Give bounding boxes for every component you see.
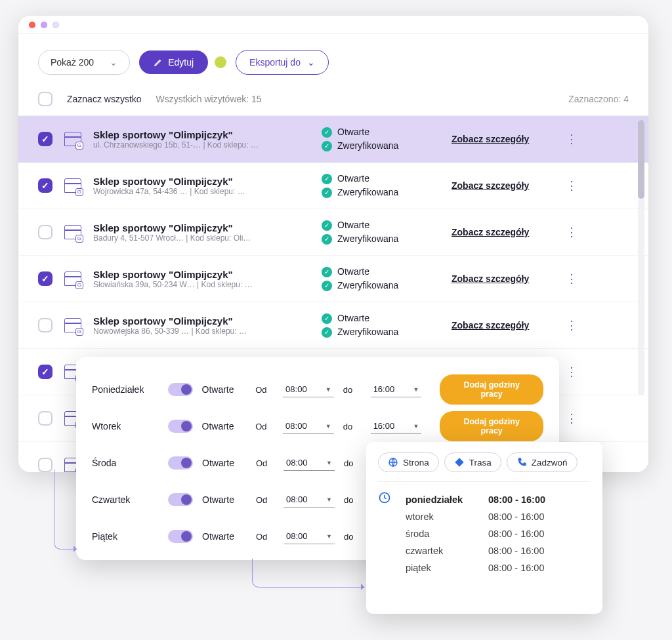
- schedule-day: wtorek: [406, 508, 488, 525]
- schedule-day: środa: [406, 525, 488, 542]
- row-menu-button[interactable]: ⋮: [562, 365, 581, 379]
- export-button[interactable]: Eksportuj do ⌄: [236, 50, 329, 75]
- row-menu-button[interactable]: ⋮: [562, 271, 581, 286]
- listing-preview-card: Strona Trasa Zadzwoń poniedziałek08:00 -…: [366, 442, 602, 614]
- row-checkbox[interactable]: [38, 271, 52, 286]
- preview-call-button[interactable]: Zadzwoń: [507, 452, 578, 472]
- select-all-label: Zaznacz wszystko: [67, 94, 142, 104]
- selection-bar: Zaznacz wszystko Wszystkich wizytówek: 1…: [18, 87, 648, 115]
- time-to-select[interactable]: 16:00▼: [371, 418, 422, 434]
- store-icon: [64, 225, 81, 239]
- listing-row[interactable]: Sklep sportowy "Olimpijczyk"ul. Chrzanow…: [18, 116, 648, 163]
- edit-button[interactable]: Edytuj: [139, 50, 208, 74]
- preview-site-button[interactable]: Strona: [378, 452, 439, 472]
- page-size-label: Pokaż 200: [51, 57, 94, 68]
- row-checkbox[interactable]: [38, 318, 52, 332]
- row-details-link[interactable]: Zobacz szczegóły: [452, 320, 550, 330]
- schedule-time: 08:00 - 16:00: [488, 491, 545, 508]
- from-label: Od: [256, 532, 274, 542]
- row-subtitle: ul. Chrzanowskiego 15b, 51-… | Kod sklep…: [93, 140, 310, 150]
- select-all-checkbox[interactable]: [38, 92, 52, 106]
- row-checkbox[interactable]: [38, 458, 52, 472]
- globe-icon: [388, 457, 398, 468]
- open-toggle[interactable]: [168, 493, 193, 506]
- row-main: Sklep sportowy "Olimpijczyk"Wojrowicka 4…: [93, 176, 310, 196]
- check-circle-icon: ✓: [322, 281, 332, 291]
- row-details-link[interactable]: Zobacz szczegóły: [452, 227, 550, 237]
- scrollbar[interactable]: [638, 120, 644, 395]
- row-menu-button[interactable]: ⋮: [562, 411, 581, 426]
- schedule-day: piątek: [406, 559, 488, 576]
- chevron-down-icon: ⌄: [307, 57, 315, 68]
- preview-route-button[interactable]: Trasa: [444, 452, 501, 472]
- open-toggle[interactable]: [168, 420, 193, 433]
- row-menu-button[interactable]: ⋮: [562, 178, 581, 193]
- check-circle-icon: ✓: [322, 313, 332, 324]
- toolbar: Pokaż 200 ⌄ Edytuj Eksportuj do ⌄: [18, 34, 648, 87]
- time-from-select[interactable]: 08:00▼: [283, 382, 334, 397]
- preview-actions: Strona Trasa Zadzwoń: [378, 452, 591, 482]
- row-title: Sklep sportowy "Olimpijczyk": [93, 222, 310, 233]
- row-details-link[interactable]: Zobacz szczegóły: [452, 180, 550, 191]
- row-menu-button[interactable]: ⋮: [562, 225, 581, 239]
- row-details-link[interactable]: Zobacz szczegóły: [452, 273, 550, 284]
- open-toggle[interactable]: [168, 530, 193, 543]
- row-status: ✓Otwarte✓Zweryfikowana: [322, 125, 440, 153]
- listing-row[interactable]: Sklep sportowy "Olimpijczyk"Badury 4, 51…: [18, 209, 648, 256]
- maximize-window-icon[interactable]: [52, 22, 59, 28]
- listing-row[interactable]: Sklep sportowy "Olimpijczyk"Wojrowicka 4…: [18, 163, 648, 209]
- check-circle-icon: ✓: [322, 141, 332, 151]
- row-title: Sklep sportowy "Olimpijczyk": [93, 269, 310, 280]
- close-window-icon[interactable]: [29, 22, 35, 28]
- store-icon: [64, 178, 81, 193]
- schedule-row: czwartek08:00 - 16:00: [406, 542, 545, 559]
- row-checkbox[interactable]: [38, 225, 52, 239]
- time-from-select[interactable]: 08:00▼: [283, 418, 334, 434]
- row-details-link[interactable]: Zobacz szczegóły: [452, 134, 550, 144]
- open-toggle[interactable]: [168, 383, 193, 396]
- selected-count-label: Zaznaczono: 4: [568, 94, 629, 104]
- export-button-label: Eksportuj do: [249, 57, 301, 68]
- phone-icon: [516, 457, 527, 468]
- total-count-label: Wszystkich wizytówek: 15: [156, 94, 262, 104]
- row-checkbox[interactable]: [38, 365, 52, 379]
- time-from-select[interactable]: 08:00▼: [284, 455, 335, 471]
- time-to-select[interactable]: 16:00▼: [371, 382, 422, 397]
- check-circle-icon: ✓: [322, 174, 332, 184]
- check-circle-icon: ✓: [322, 234, 332, 245]
- open-toggle[interactable]: [168, 456, 193, 470]
- pencil-icon: [154, 58, 163, 67]
- row-title: Sklep sportowy "Olimpijczyk": [93, 315, 310, 327]
- listing-row[interactable]: Sklep sportowy "Olimpijczyk"Nowowiejska …: [18, 302, 648, 349]
- add-hours-button[interactable]: Dodaj godziny pracy: [440, 374, 543, 405]
- from-label: Od: [255, 385, 274, 395]
- hours-row: WtorekOtwarteOd08:00▼do16:00▼Dodaj godzi…: [92, 408, 543, 445]
- listing-row[interactable]: Sklep sportowy "Olimpijczyk"Słowiańska 3…: [18, 256, 648, 302]
- clock-icon: [378, 491, 391, 504]
- row-status: ✓Otwarte✓Zweryfikowana: [322, 311, 440, 339]
- open-label: Otwarte: [202, 421, 247, 431]
- preview-schedule: poniedziałek08:00 - 16:00wtorek08:00 - 1…: [378, 482, 591, 576]
- row-menu-button[interactable]: ⋮: [562, 318, 581, 332]
- check-circle-icon: ✓: [322, 327, 332, 338]
- row-checkbox[interactable]: [38, 411, 52, 426]
- row-checkbox[interactable]: [38, 178, 52, 193]
- minimize-window-icon[interactable]: [41, 22, 47, 28]
- row-subtitle: Badury 4, 51-507 Wrocł… | Kod sklepu: Ol…: [93, 233, 310, 243]
- time-from-select[interactable]: 08:00▼: [284, 492, 335, 508]
- row-menu-button[interactable]: ⋮: [562, 132, 581, 146]
- time-from-select[interactable]: 08:00▼: [284, 529, 335, 544]
- row-title: Sklep sportowy "Olimpijczyk": [93, 129, 310, 140]
- chevron-down-icon: ⌄: [110, 57, 117, 68]
- schedule-row: środa08:00 - 16:00: [406, 525, 545, 542]
- page-size-select[interactable]: Pokaż 200 ⌄: [38, 50, 130, 75]
- schedule-time: 08:00 - 16:00: [488, 542, 545, 559]
- edit-button-label: Edytuj: [168, 57, 194, 68]
- day-label: Poniedziałek: [92, 384, 159, 395]
- add-hours-button[interactable]: Dodaj godziny pracy: [440, 411, 543, 441]
- row-checkbox[interactable]: [38, 132, 52, 146]
- day-label: Piątek: [92, 531, 159, 542]
- day-label: Wtorek: [92, 421, 159, 431]
- info-badge-icon: [215, 56, 226, 68]
- row-status: ✓Otwarte✓Zweryfikowana: [322, 265, 440, 292]
